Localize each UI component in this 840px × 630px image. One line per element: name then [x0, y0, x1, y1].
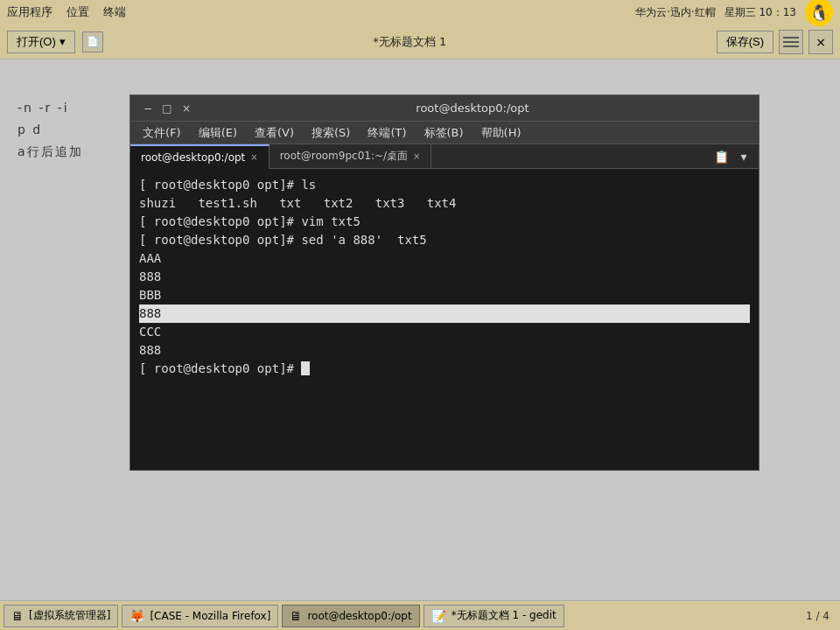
terminal-line-2: [ root@desktop0 opt]# vim txt5	[139, 213, 750, 231]
editor-right-buttons: 保存(S) ×	[717, 30, 833, 54]
terminal-line-10: [ root@desktop0 opt]#	[139, 360, 750, 378]
terminal-menu-view[interactable]: 查看(V)	[248, 123, 301, 143]
taskbar-page-indicator: 1 / 4	[806, 610, 836, 622]
terminal-menu-help[interactable]: 帮助(H)	[474, 123, 528, 143]
editor-title: *无标题文档 1	[373, 34, 446, 50]
taskbar-item-0[interactable]: 🖥 [虚拟系统管理器]	[4, 605, 118, 627]
brand-text: 华为云·迅内·红帽	[635, 5, 716, 20]
tux-icon: 🐧	[805, 0, 833, 26]
terminal-close-button[interactable]: ×	[178, 100, 195, 117]
taskbar-icon-0: 🖥	[11, 609, 24, 623]
terminal-title-bar: − □ × root@desktop0:/opt	[130, 95, 759, 122]
terminal-line-6: BBB	[139, 286, 750, 304]
terminal-tab-icons: 📋 ▾	[711, 147, 759, 166]
terminal-tab-1[interactable]: root@room9pc01:~/桌面 ×	[270, 144, 432, 169]
terminal-minimize-button[interactable]: −	[139, 100, 157, 117]
terminal-line-9: 888	[139, 341, 750, 360]
top-menubar: 应用程序 位置 终端 华为云·迅内·红帽 星期三 10：13 🐧	[0, 0, 840, 24]
terminal-window: − □ × root@desktop0:/opt 文件(F) 编辑(E) 查看(…	[130, 94, 760, 471]
time-display: 星期三 10：13	[724, 5, 796, 20]
editor-toolbar: 打开(O) ▾ 📄 *无标题文档 1 保存(S) ×	[0, 24, 840, 60]
terminal-line-1: shuzi test1.sh txt txt2 txt3 txt4	[139, 194, 750, 213]
taskbar-item-3[interactable]: 📝 *无标题文档 1 - gedit	[424, 605, 564, 627]
taskbar-icon-1: 🦊	[130, 609, 144, 623]
hamburger-icon	[783, 37, 799, 47]
terminal-title-text: root@desktop0:/opt	[195, 102, 750, 115]
taskbar-item-1[interactable]: 🦊 [CASE - Mozilla Firefox]	[122, 605, 278, 627]
terminal-tab-menu-button[interactable]: ▾	[734, 147, 753, 166]
terminal-tab-0[interactable]: root@desktop0:/opt ×	[130, 144, 270, 169]
taskbar: 🖥 [虚拟系统管理器] 🦊 [CASE - Mozilla Firefox] 🖥…	[0, 600, 840, 630]
terminal-body[interactable]: [ root@desktop0 opt]# lsshuzi test1.sh t…	[130, 169, 759, 470]
terminal-line-5: 888	[139, 268, 750, 286]
terminal-menu-terminal[interactable]: 终端(T)	[360, 123, 413, 143]
terminal-menu-search[interactable]: 搜索(S)	[304, 123, 357, 143]
terminal-menu-item[interactable]: 终端	[103, 4, 126, 20]
terminal-menu-edit[interactable]: 编辑(E)	[192, 123, 244, 143]
taskbar-icon-3: 📝	[431, 609, 446, 623]
editor-toolbar-icon-1[interactable]: 📄	[82, 32, 103, 52]
editor-menu-button[interactable]	[779, 30, 803, 54]
terminal-new-tab-button[interactable]: 📋	[711, 147, 731, 166]
app-menu-item[interactable]: 应用程序	[7, 4, 52, 20]
terminal-window-buttons: − □ ×	[139, 100, 195, 117]
taskbar-label-2: root@desktop0:/opt	[307, 610, 411, 622]
taskbar-label-0: [虚拟系统管理器]	[29, 608, 110, 623]
terminal-menu-file[interactable]: 文件(F)	[136, 123, 188, 143]
editor-close-button[interactable]: ×	[808, 30, 833, 54]
taskbar-label-3: *无标题文档 1 - gedit	[452, 608, 556, 623]
editor-open-button[interactable]: 打开(O) ▾	[7, 31, 75, 53]
terminal-menubar: 文件(F) 编辑(E) 查看(V) 搜索(S) 终端(T) 标签(B) 帮助(H…	[130, 122, 759, 144]
location-menu-item[interactable]: 位置	[66, 4, 89, 20]
taskbar-label-1: [CASE - Mozilla Firefox]	[150, 610, 270, 622]
terminal-tab-1-label: root@room9pc01:~/桌面	[280, 149, 408, 164]
taskbar-item-2[interactable]: 🖥 root@desktop0:/opt	[282, 605, 419, 627]
terminal-line-4: AAA	[139, 249, 750, 268]
taskbar-icon-2: 🖥	[290, 609, 302, 623]
top-right-area: 华为云·迅内·红帽 星期三 10：13 🐧	[635, 0, 833, 26]
terminal-cursor	[301, 361, 310, 375]
terminal-line-8: CCC	[139, 323, 750, 341]
terminal-menu-tabs[interactable]: 标签(B)	[417, 123, 471, 143]
terminal-tab-0-label: root@desktop0:/opt	[141, 151, 245, 164]
editor-save-button[interactable]: 保存(S)	[717, 31, 774, 53]
terminal-tab-0-close[interactable]: ×	[250, 152, 257, 162]
terminal-line-7: 888	[139, 304, 750, 323]
dropdown-arrow-icon: ▾	[60, 35, 66, 48]
terminal-maximize-button[interactable]: □	[158, 100, 176, 117]
terminal-tabs: root@desktop0:/opt × root@room9pc01:~/桌面…	[130, 144, 759, 169]
terminal-line-3: [ root@desktop0 opt]# sed 'a 888' txt5	[139, 231, 750, 249]
terminal-tab-1-close[interactable]: ×	[413, 151, 420, 161]
terminal-line-0: [ root@desktop0 opt]# ls	[139, 176, 750, 194]
